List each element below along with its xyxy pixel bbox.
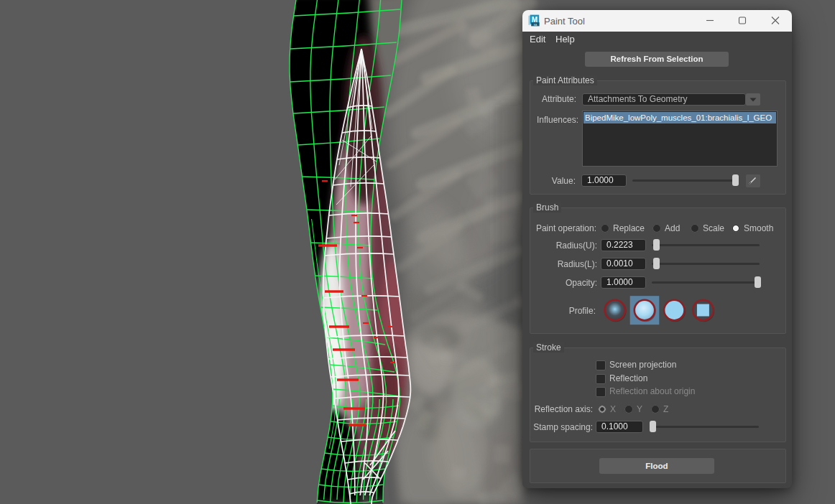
svg-text:MA: MA (534, 24, 538, 27)
svg-text:M: M (532, 16, 538, 24)
